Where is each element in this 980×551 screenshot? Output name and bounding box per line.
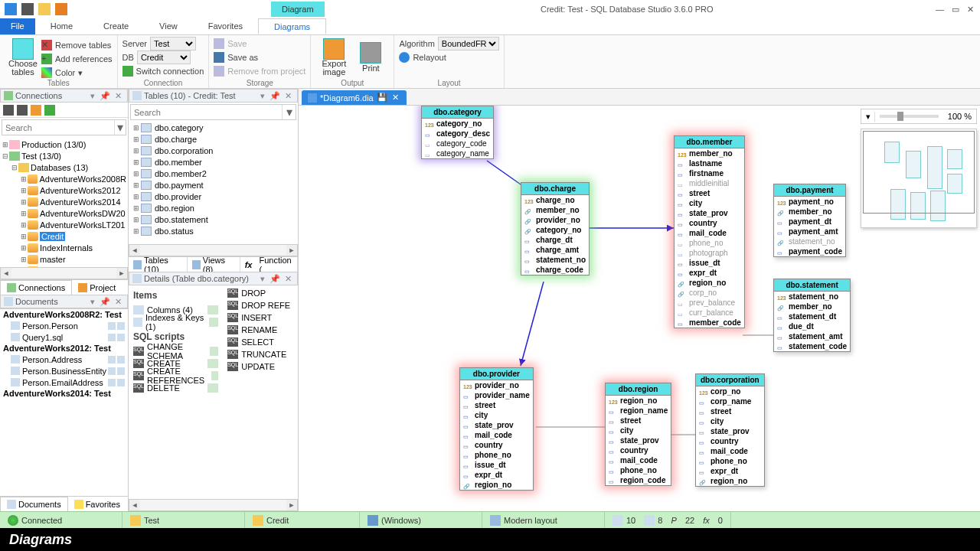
tables-scroll-right[interactable]: ► <box>286 245 297 256</box>
tree-node[interactable]: ⊟Test (13/0) <box>2 150 126 161</box>
tree-node[interactable]: ⊟Databases (13) <box>2 161 126 173</box>
er-column[interactable]: country <box>675 218 744 228</box>
er-column[interactable]: payment_code <box>774 246 845 256</box>
sql-script-item[interactable]: SQLSELECT <box>227 336 293 348</box>
sql-script-item[interactable]: SQLUPDATE <box>227 360 293 373</box>
export-image-button[interactable]: Export image <box>315 37 352 78</box>
zoom-slider-thumb[interactable] <box>897 112 903 121</box>
sql-script-item[interactable]: SQLRENAME <box>227 324 293 336</box>
detail-item[interactable]: Indexes & Keys (1) <box>133 316 218 328</box>
er-table-header[interactable]: dbo.statement <box>774 279 850 292</box>
server-select[interactable]: Test <box>150 37 196 51</box>
er-column[interactable]: provider_no <box>521 215 589 225</box>
choose-tables-button[interactable]: Choose tables <box>5 37 41 78</box>
save-button[interactable]: Save <box>214 37 305 51</box>
er-column[interactable]: category_code <box>422 139 493 148</box>
er-column[interactable]: member_no <box>774 302 850 311</box>
er-column[interactable]: charge_amt <box>521 245 589 255</box>
search-dropdown-icon[interactable]: ▾ <box>114 120 126 135</box>
table-item[interactable]: ⊞dbo.corporation <box>129 145 298 156</box>
tree-node[interactable]: ⊞AdventureWorks2012 <box>2 184 126 196</box>
color-button[interactable]: Color ▾ <box>41 66 113 80</box>
print-button[interactable]: Print <box>352 37 389 78</box>
sql-script-item[interactable]: SQLTRUNCATE <box>227 348 293 360</box>
sql-script-item[interactable]: SQLCHANGE SCHEMA <box>133 345 218 357</box>
er-column[interactable]: corp_no <box>675 288 744 298</box>
er-column[interactable]: statement_no <box>774 292 850 302</box>
er-column[interactable]: payment_dt <box>774 217 845 227</box>
er-column[interactable]: photograph <box>675 248 744 258</box>
tab-tables[interactable]: Tables (10) <box>129 257 188 272</box>
sql-script-item[interactable]: SQLDROP REFE <box>227 299 293 311</box>
er-column[interactable]: curr_balance <box>675 308 744 318</box>
er-column[interactable]: state_prov <box>606 435 671 445</box>
er-column[interactable]: member_no <box>521 205 589 215</box>
doc-item[interactable]: Person.EmailAddress <box>0 377 128 388</box>
relayout-button[interactable]: Relayout <box>399 51 498 64</box>
pane-pin-icon[interactable]: 📌 <box>97 91 113 101</box>
er-table-header[interactable]: dbo.charge <box>521 183 589 195</box>
er-column[interactable]: charge_no <box>521 195 589 205</box>
minimap[interactable] <box>861 129 977 228</box>
er-table-header[interactable]: dbo.corporation <box>696 374 764 386</box>
er-column[interactable]: region_name <box>606 406 671 416</box>
er-column[interactable]: city <box>606 425 671 435</box>
sql-script-item[interactable]: SQLINSERT <box>227 311 293 324</box>
maximize-button[interactable]: ▭ <box>952 5 959 15</box>
er-column[interactable]: state_prov <box>460 420 533 430</box>
er-column[interactable]: street <box>606 416 671 425</box>
expand-icon[interactable] <box>3 105 14 116</box>
db-select[interactable]: Credit <box>137 51 191 64</box>
details-scroll-left[interactable]: ◄ <box>129 500 140 510</box>
er-column[interactable]: mail_code <box>675 228 744 238</box>
diagram-canvas[interactable]: ▾ 100 % dbo.categorycategory_nocategory_… <box>299 106 980 511</box>
er-column[interactable]: expr_dt <box>696 466 764 476</box>
er-column[interactable]: firstname <box>675 168 744 178</box>
er-table-charge[interactable]: dbo.chargecharge_nomember_noprovider_noc… <box>521 182 590 276</box>
scroll-left-icon[interactable]: ◄ <box>1 268 11 279</box>
er-column[interactable]: category_no <box>521 225 589 235</box>
tab-project[interactable]: Project <box>72 280 122 295</box>
tables-menu-icon[interactable]: ▾ <box>258 91 267 101</box>
tree-node[interactable]: ⊞master <box>2 253 126 265</box>
er-column[interactable]: region_no <box>606 396 671 406</box>
file-menu[interactable]: File <box>0 18 35 34</box>
er-column[interactable]: state_prov <box>696 426 764 436</box>
er-column[interactable]: mail_code <box>696 446 764 456</box>
er-column[interactable]: middleinitial <box>675 178 744 188</box>
er-table-payment[interactable]: dbo.paymentpayment_nomember_nopayment_dt… <box>773 184 846 257</box>
sql-script-item[interactable]: SQLCREATE REFERENCES <box>133 370 218 382</box>
tab-views[interactable]: Views (8) <box>188 257 240 272</box>
er-column[interactable]: city <box>696 416 764 426</box>
menu-tab-home[interactable]: Home <box>35 18 88 34</box>
er-table-region[interactable]: dbo.regionregion_noregion_namestreetcity… <box>605 383 671 486</box>
er-column[interactable]: statement_no <box>774 236 845 246</box>
er-table-category[interactable]: dbo.categorycategory_nocategory_desccate… <box>421 106 494 159</box>
er-table-statement[interactable]: dbo.statementstatement_nomember_nostatem… <box>773 279 851 352</box>
table-item[interactable]: ⊞dbo.member2 <box>129 168 298 179</box>
tab-close-icon[interactable]: ✕ <box>390 93 400 103</box>
diagram-tab[interactable]: *Diagram6.dia 💾 ✕ <box>302 90 407 105</box>
algorithm-select[interactable]: BoundedFR <box>438 37 499 51</box>
docs-menu-icon[interactable]: ▾ <box>88 297 97 307</box>
er-table-header[interactable]: dbo.region <box>606 383 671 396</box>
er-column[interactable]: city <box>460 410 533 420</box>
er-column[interactable]: region_code <box>606 475 671 485</box>
docs-pin-icon[interactable]: 📌 <box>97 297 113 307</box>
tree-node[interactable]: ⊞AdventureWorksDW20 <box>2 207 126 219</box>
er-column[interactable]: state_prov <box>675 208 744 218</box>
er-table-corporation[interactable]: dbo.corporationcorp_nocorp_namestreetcit… <box>695 373 765 487</box>
close-button[interactable]: ✕ <box>967 5 974 15</box>
er-column[interactable]: region_no <box>675 278 744 288</box>
er-column[interactable]: expr_dt <box>460 470 533 480</box>
er-table-member[interactable]: dbo.membermember_nolastnamefirstnamemidd… <box>674 135 745 328</box>
er-column[interactable]: mail_code <box>460 430 533 440</box>
scroll-right-icon[interactable]: ► <box>116 268 127 279</box>
er-column[interactable]: city <box>675 198 744 208</box>
tables-pin-icon[interactable]: 📌 <box>267 91 283 101</box>
tab-documents[interactable]: Documents <box>0 497 68 511</box>
er-column[interactable]: phone_no <box>696 456 764 466</box>
er-column[interactable]: member_code <box>675 318 744 328</box>
minimize-button[interactable]: — <box>936 5 944 15</box>
er-column[interactable]: statement_code <box>774 341 850 351</box>
